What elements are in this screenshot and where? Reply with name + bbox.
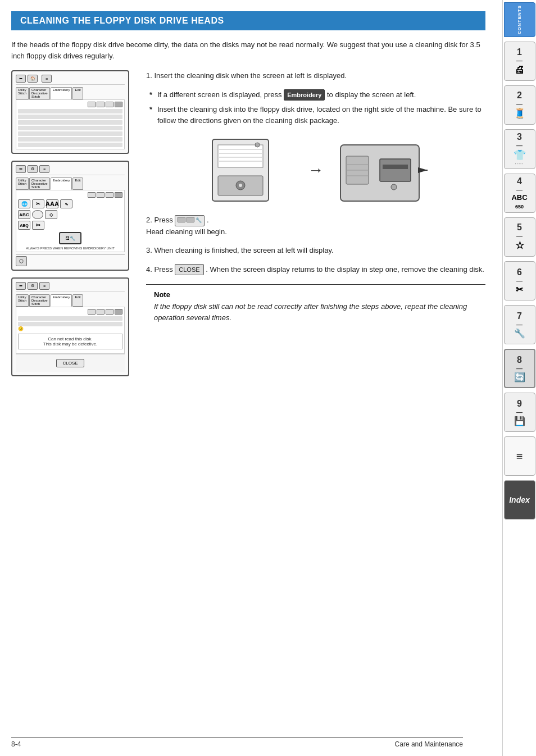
tab-character-3[interactable]: CharacterDecorativeStitch <box>29 294 50 307</box>
machine-slot-illustration <box>335 134 430 207</box>
sidebar-tab-4[interactable]: 4 — ABC650 <box>504 174 535 213</box>
tab-dash-4: — <box>516 186 523 193</box>
bottom-bar-2: ⬡ <box>16 254 125 266</box>
svg-rect-12 <box>383 165 408 169</box>
bottom-icon-1: ⬡ <box>16 256 27 266</box>
screen-settings-icon-2: ⚙ <box>28 165 38 173</box>
sidebar-tab-5[interactable]: 5 — ☆ <box>504 217 535 257</box>
svg-point-13 <box>391 184 397 190</box>
char-btn-scissors[interactable]: ✂ <box>32 221 44 230</box>
char-btn-diamond[interactable]: ◇ <box>45 210 57 219</box>
tab-dash-2: — <box>516 101 523 107</box>
sidebar-tab-8[interactable]: 8 — 🔄 <box>504 349 535 388</box>
tab-utility-2[interactable]: UtilityStitch <box>16 177 29 190</box>
screen-mockup-1: ⬅ 🏠 ≡ UtilityStitch CharacterDecorativeS… <box>11 70 129 154</box>
page-title: CLEANING THE FLOPPY DISK DRIVE HEADS <box>20 16 224 25</box>
right-column: 1. Insert the cleaning disk when the scr… <box>146 70 485 329</box>
press-button-step2[interactable]: 🔧 <box>175 215 205 226</box>
error-text-box: Can not read this disk. This disk may be… <box>18 334 122 349</box>
tab-edit-3[interactable]: Edit <box>72 294 83 307</box>
sidebar-tab-index[interactable]: Index <box>504 480 535 520</box>
mini-icon-3 <box>106 102 113 107</box>
sidebar-tab-1[interactable]: 1 — 🖨 <box>504 42 535 81</box>
tab-edit[interactable]: Edit <box>72 87 83 99</box>
step-2-text: . <box>207 216 209 224</box>
embroidery-button-inline[interactable]: Embroidery <box>284 89 325 101</box>
screen-mockup-3: ⬅ ⚙ ≡ UtilityStitch CharacterDecorativeS… <box>11 277 129 376</box>
close-button-screen[interactable]: CLOSE <box>56 359 84 367</box>
tab-utility[interactable]: UtilityStitch <box>16 87 29 99</box>
tab-dash-5: — <box>516 233 523 239</box>
error-smiley-icon: 😕 <box>18 326 122 331</box>
char-btn-pattern[interactable]: 🌐 <box>18 199 30 208</box>
tab-dash-9: — <box>516 409 523 416</box>
tab-embroidery-2[interactable]: Embroidery <box>51 177 72 190</box>
screen-top-bar-1: ⬅ 🏠 ≡ <box>16 75 125 85</box>
screen-row <box>18 316 122 321</box>
screen-body-1 <box>16 99 125 149</box>
sidebar-tab-3[interactable]: 3 — 👕 ····· <box>504 129 535 169</box>
screen-rows-3 <box>18 316 122 326</box>
char-btn-aaa[interactable]: AAA <box>46 199 58 208</box>
tab-icon-2: 🧵 <box>514 107 526 120</box>
intro-text: If the heads of the floppy disk drive be… <box>11 39 485 61</box>
content-layout: ⬅ 🏠 ≡ UtilityStitch CharacterDecorativeS… <box>11 70 485 383</box>
tab-icon-8: 🔄 <box>514 372 525 382</box>
sidebar-tab-7[interactable]: 7 — 🔧 <box>504 305 535 344</box>
tab-dash-1: — <box>516 57 523 64</box>
mini-icon-7 <box>106 192 113 198</box>
char-btn-abc[interactable]: ABC <box>18 210 30 219</box>
step-2: 2. Press 🔧 . Head cleaning will begin. <box>146 215 485 237</box>
step-1: 1. Insert the cleaning disk when the scr… <box>146 70 485 81</box>
step-3-number: 3. <box>146 246 154 254</box>
screen-body-2: 🌐 ✂ AAA ∿ ABC ◇ ABQ ✂ <box>16 190 125 252</box>
tab-embroidery-3[interactable]: Embroidery <box>51 294 72 307</box>
char-btn-stitch[interactable]: ✂ <box>32 199 44 208</box>
screen-nav-icon-2: ⬅ <box>16 165 26 173</box>
tab-edit-2[interactable]: Edit <box>72 177 83 190</box>
char-btn-wave[interactable]: ∿ <box>60 199 72 208</box>
screen-menu-icon-3: ≡ <box>39 282 49 290</box>
tab-utility-3[interactable]: UtilityStitch <box>16 294 29 307</box>
note-text: If the floppy disk still can not be read… <box>154 301 478 323</box>
char-btn-circle[interactable] <box>32 210 43 219</box>
tab-icon-9: 💾 <box>514 416 525 426</box>
bullet-1: If a different screen is displayed, pres… <box>157 89 485 101</box>
sidebar-tab-notes[interactable]: ≡ <box>504 436 535 476</box>
screen-settings-icon-3: ⚙ <box>28 282 38 290</box>
sidebar-tab-9[interactable]: 9 — 💾 <box>504 393 535 432</box>
press-btn-icon-3: 🔧 <box>196 217 202 225</box>
tab-character[interactable]: CharacterDecorativeStitch <box>29 87 50 99</box>
sidebar-tab-2[interactable]: 2 — 🧵 <box>504 85 535 125</box>
screen-tabs-1: UtilityStitch CharacterDecorativeStitch … <box>16 87 125 99</box>
tab-dash-3: — <box>516 142 523 149</box>
tab-dotted-3: ····· <box>515 161 524 166</box>
sidebar-contents-label: CONTENTS <box>517 5 522 34</box>
mini-icon-1 <box>88 102 96 107</box>
error-line-2: This disk may be defective. <box>21 341 120 347</box>
step-2-number: 2. <box>146 216 154 224</box>
screen-mockup-2: ⬅ ⚙ ≡ UtilityStitch CharacterDecorativeS… <box>11 161 129 271</box>
tab-character-2[interactable]: CharacterDecorativeStitch <box>29 177 50 190</box>
screen-top-icons-1 <box>18 102 122 107</box>
mini-icon-8 <box>115 192 122 198</box>
char-btn-abq[interactable]: ABQ <box>18 221 30 230</box>
step-1-number: 1. <box>146 71 154 80</box>
tab-dash-8: — <box>516 365 523 372</box>
error-line-1: Can not read this disk. <box>21 336 120 341</box>
close-button-inline[interactable]: CLOSE <box>175 264 203 276</box>
screen-row <box>18 126 122 130</box>
screen-row <box>18 120 122 125</box>
usb-button[interactable]: 🖫🔧 <box>59 232 81 244</box>
sidebar-tab-contents[interactable]: CONTENTS <box>504 2 535 37</box>
sidebar-tab-6[interactable]: 6 — ✂ <box>504 261 535 300</box>
svg-rect-11 <box>380 159 411 181</box>
main-content: CLEANING THE FLOPPY DISK DRIVE HEADS If … <box>0 0 502 756</box>
tab-number-3: 3 <box>517 132 522 142</box>
tab-embroidery[interactable]: Embroidery <box>51 87 72 99</box>
tab-number-6: 6 <box>517 267 522 277</box>
tab-number-9: 9 <box>517 399 522 409</box>
screen-row <box>18 137 122 142</box>
step-2-suffix: Head cleaning will begin. <box>146 227 227 236</box>
step-4-text-after: When the screen display returns to the d… <box>210 265 484 274</box>
